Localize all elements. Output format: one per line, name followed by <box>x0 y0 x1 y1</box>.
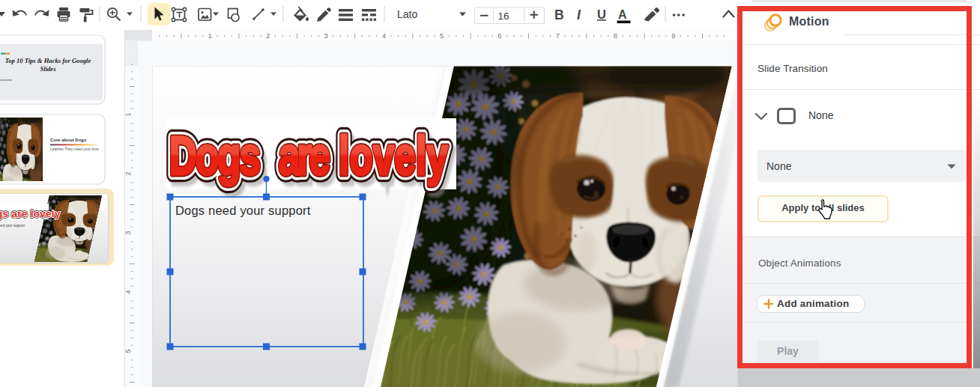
svg-text:Dogs need your support: Dogs need your support <box>175 204 311 217</box>
svg-text:6: 6 <box>497 31 501 40</box>
svg-text:lovely: lovely <box>339 125 448 186</box>
svg-text:5: 5 <box>440 31 444 40</box>
svg-text:Dogs: Dogs <box>169 125 261 186</box>
svg-text:3: 3 <box>124 231 132 234</box>
svg-text:need your support: need your support <box>0 224 25 228</box>
svg-text:9: 9 <box>671 31 675 40</box>
svg-text:B: B <box>554 7 564 22</box>
svg-text:are: are <box>279 125 330 186</box>
svg-text:16: 16 <box>497 10 509 22</box>
svg-text:2: 2 <box>266 31 270 40</box>
svg-text:Leathes They need your time: Leathes They need your time <box>50 147 99 151</box>
svg-text:Top 10 Tips & Hacks for Google: Top 10 Tips & Hacks for Google <box>5 57 91 64</box>
svg-text:1: 1 <box>124 112 132 116</box>
svg-text:8: 8 <box>614 31 617 40</box>
svg-text:4: 4 <box>124 290 132 293</box>
svg-text:A: A <box>618 8 627 21</box>
svg-text:5: 5 <box>124 349 132 353</box>
svg-text:3: 3 <box>324 31 327 40</box>
svg-text:U: U <box>597 7 606 21</box>
svg-text:7: 7 <box>556 31 560 40</box>
svg-text:I: I <box>577 7 581 22</box>
svg-text:Slides: Slides <box>40 65 56 73</box>
svg-text:gs are lovely: gs are lovely <box>0 208 61 219</box>
svg-text:1: 1 <box>208 31 212 40</box>
svg-text:4: 4 <box>382 31 386 40</box>
svg-text:Lato: Lato <box>397 8 417 20</box>
svg-text:Core about Dogs: Core about Dogs <box>50 138 87 142</box>
svg-text:2: 2 <box>124 171 132 175</box>
